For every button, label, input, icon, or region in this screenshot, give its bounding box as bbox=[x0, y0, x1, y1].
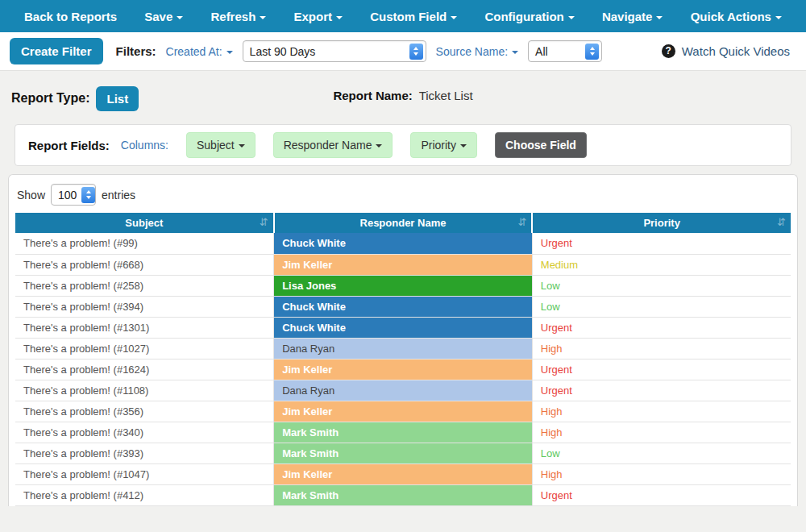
choose-field-button[interactable]: Choose Field bbox=[495, 132, 587, 158]
nav-back-to-reports[interactable]: Back to Reports bbox=[24, 10, 117, 23]
table-row: There's a problem! (#1135)Lisa JonesLow bbox=[15, 505, 791, 506]
priority-cell: High bbox=[532, 338, 791, 359]
source-name-value: All bbox=[535, 45, 548, 58]
column-header-responder-name[interactable]: Responder Name⇵ bbox=[274, 213, 533, 233]
subject-cell: There's a problem! (#1108) bbox=[15, 380, 274, 401]
responder-cell: Chuck White bbox=[274, 233, 533, 254]
subject-cell: There's a problem! (#394) bbox=[15, 296, 274, 317]
table-row: There's a problem! (#1047)Jim KellerHigh bbox=[15, 463, 791, 484]
entries-select[interactable]: 100 bbox=[51, 184, 96, 206]
source-name-dropdown[interactable]: Source Name: bbox=[436, 45, 518, 58]
responder-cell: Lisa Jones bbox=[274, 275, 533, 296]
field-button-subject[interactable]: Subject bbox=[186, 132, 256, 158]
responder-cell: Jim Keller bbox=[274, 463, 533, 484]
filter-bar: Create Filter Filters: Created At: Last … bbox=[0, 32, 806, 71]
column-header-label: Subject bbox=[125, 217, 163, 229]
sort-icon[interactable]: ⇵ bbox=[260, 216, 268, 228]
chevron-down-icon bbox=[512, 51, 518, 54]
column-header-label: Priority bbox=[643, 217, 680, 229]
nav-label: Export bbox=[294, 10, 333, 23]
subject-cell: There's a problem! (#1624) bbox=[15, 359, 274, 380]
question-circle-icon[interactable]: ? bbox=[662, 44, 675, 58]
chevron-down-icon bbox=[260, 16, 266, 19]
responder-cell: Mark Smith bbox=[274, 484, 533, 505]
source-name-label: Source Name: bbox=[436, 45, 508, 58]
table-row: There's a problem! (#668)Jim KellerMediu… bbox=[15, 254, 791, 275]
nav-refresh-menu[interactable]: Refresh bbox=[210, 10, 266, 23]
field-button-priority[interactable]: Priority bbox=[410, 132, 477, 158]
nav-export-menu[interactable]: Export bbox=[294, 10, 343, 23]
priority-cell: Low bbox=[532, 505, 791, 506]
columns-label: Columns: bbox=[121, 139, 168, 152]
nav-label: Custom Field bbox=[370, 10, 447, 23]
sort-icon[interactable]: ⇵ bbox=[517, 216, 526, 228]
subject-cell: There's a problem! (#412) bbox=[15, 484, 274, 505]
created-at-dropdown[interactable]: Created At: bbox=[166, 45, 233, 58]
nav-navigate-menu[interactable]: Navigate bbox=[602, 10, 663, 23]
field-button-responder-name[interactable]: Responder Name bbox=[273, 132, 393, 158]
subject-cell: There's a problem! (#99) bbox=[15, 233, 274, 254]
table-row: There's a problem! (#394)Chuck WhiteLow bbox=[15, 296, 791, 317]
nav-save-menu[interactable]: Save bbox=[144, 10, 183, 23]
responder-cell: Chuck White bbox=[274, 317, 533, 338]
column-header-label: Responder Name bbox=[360, 217, 447, 229]
subject-cell: There's a problem! (#340) bbox=[15, 422, 274, 443]
table-row: There's a problem! (#340)Mark SmithHigh bbox=[15, 422, 791, 443]
create-filter-button[interactable]: Create Filter bbox=[10, 38, 103, 64]
table-row: There's a problem! (#99)Chuck WhiteUrgen… bbox=[15, 233, 791, 254]
nav-configuration-menu[interactable]: Configuration bbox=[484, 10, 574, 23]
report-name-label: Report Name: bbox=[333, 89, 412, 102]
priority-cell: High bbox=[532, 422, 791, 443]
column-header-priority[interactable]: Priority⇵ bbox=[532, 213, 791, 233]
nav-custom-field-menu[interactable]: Custom Field bbox=[370, 10, 457, 23]
nav-label: Quick Actions bbox=[691, 10, 771, 23]
filters-label: Filters: bbox=[116, 44, 156, 58]
priority-cell: Low bbox=[532, 275, 791, 296]
watch-quick-videos-link[interactable]: Watch Quick Videos bbox=[682, 44, 790, 58]
chevron-down-icon bbox=[451, 16, 457, 19]
subject-cell: There's a problem! (#393) bbox=[15, 443, 274, 463]
column-header-subject[interactable]: Subject⇵ bbox=[15, 213, 274, 233]
created-at-label: Created At: bbox=[166, 45, 222, 58]
responder-cell: Chuck White bbox=[274, 296, 533, 317]
chevron-down-icon bbox=[226, 51, 233, 54]
table-row: There's a problem! (#1108)Dana RyanUrgen… bbox=[15, 380, 791, 401]
report-table-card: Show 100 entries Subject⇵ Responder Name… bbox=[8, 174, 798, 506]
subject-cell: There's a problem! (#356) bbox=[15, 401, 274, 422]
nav-quick-actions-menu[interactable]: Quick Actions bbox=[691, 10, 782, 23]
chevron-down-icon bbox=[336, 16, 343, 19]
chevron-down-icon bbox=[568, 16, 575, 19]
responder-cell: Jim Keller bbox=[274, 359, 533, 380]
select-stepper-icon bbox=[81, 187, 95, 203]
report-type-label: Report Type: bbox=[11, 91, 89, 106]
entries-value: 100 bbox=[58, 189, 77, 202]
chevron-down-icon bbox=[239, 144, 245, 148]
top-nav-bar: Back to Reports Save Refresh Export Cust… bbox=[0, 0, 806, 32]
source-name-select[interactable]: All bbox=[528, 40, 602, 62]
chevron-down-icon bbox=[460, 144, 467, 148]
created-at-value: Last 90 Days bbox=[250, 45, 316, 58]
chevron-down-icon bbox=[376, 144, 382, 148]
priority-cell: High bbox=[532, 463, 791, 484]
field-button-label: Subject bbox=[197, 139, 235, 152]
help-area: ? Watch Quick Videos bbox=[662, 44, 790, 58]
table-row: There's a problem! (#1027)Dana RyanHigh bbox=[15, 338, 791, 359]
created-at-select[interactable]: Last 90 Days bbox=[243, 40, 426, 62]
report-fields-card: Report Fields: Columns: Subject Responde… bbox=[15, 124, 791, 166]
chevron-down-icon bbox=[656, 16, 663, 19]
responder-cell: Dana Ryan bbox=[274, 338, 533, 359]
priority-cell: Urgent bbox=[532, 359, 791, 380]
report-name: Report Name: Ticket List bbox=[333, 89, 472, 102]
table-row: There's a problem! (#1301)Chuck WhiteUrg… bbox=[15, 317, 791, 338]
report-type-list-button[interactable]: List bbox=[96, 86, 139, 111]
priority-cell: Low bbox=[532, 443, 791, 463]
report-type-row: Report Type: List Report Name: Ticket Li… bbox=[0, 71, 806, 113]
responder-cell: Lisa Jones bbox=[274, 505, 533, 506]
responder-cell: Mark Smith bbox=[274, 422, 533, 443]
nav-label: Navigate bbox=[602, 10, 653, 23]
priority-cell: High bbox=[532, 401, 791, 422]
sort-icon[interactable]: ⇵ bbox=[777, 216, 786, 228]
nav-label: Refresh bbox=[210, 10, 256, 23]
priority-cell: Medium bbox=[532, 254, 791, 275]
table-row: There's a problem! (#356)Jim KellerHigh bbox=[15, 401, 791, 422]
